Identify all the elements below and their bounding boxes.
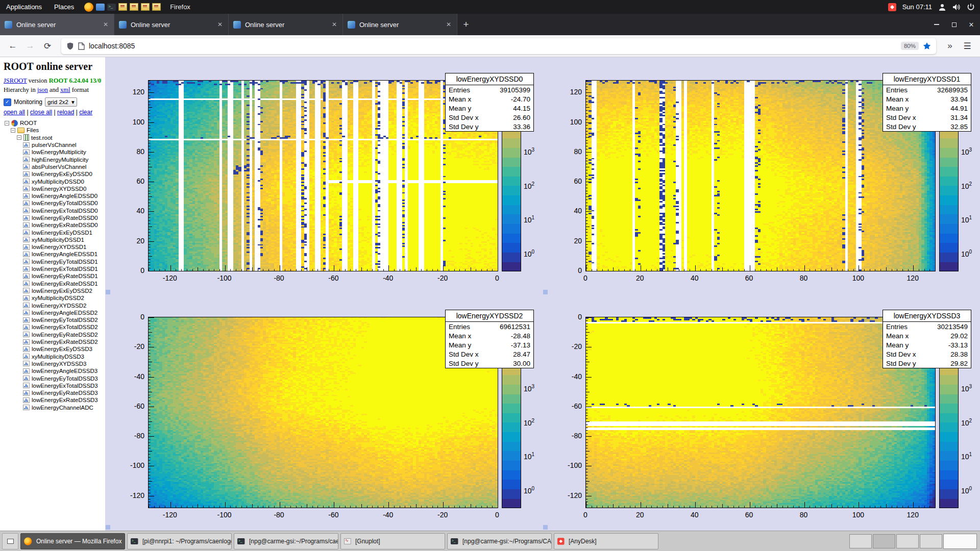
tree-item-lowEnergyExEyDSSD3[interactable]: lowEnergyExEyDSSD3 xyxy=(4,345,102,353)
tree-item-files[interactable]: −Files xyxy=(4,127,102,134)
pad-resize-handle[interactable] xyxy=(106,525,110,530)
tree-item-lowEnergyExTotalDSSD2[interactable]: lowEnergyExTotalDSSD2 xyxy=(4,323,102,331)
tree-item-highEnergyMultiplicity[interactable]: highEnergyMultiplicity xyxy=(4,156,102,163)
action-link-close-all[interactable]: close all xyxy=(30,109,52,116)
tree-item-lowEnergyEyRateDSSD1[interactable]: lowEnergyEyRateDSSD1 xyxy=(4,272,102,280)
pad-resize-handle[interactable] xyxy=(106,290,110,294)
taskbar-window-terminal[interactable]: [npg@carme-gsi:~/Programs/CAR... xyxy=(447,533,552,549)
jsroot-link[interactable]: JSROOT xyxy=(4,77,27,84)
tree-item-lowEnergyMultiplicity[interactable]: lowEnergyMultiplicity xyxy=(4,148,102,156)
tree-item-lowEnergyXYDSSD0[interactable]: lowEnergyXYDSSD0 xyxy=(4,185,102,192)
histogram-pad-lowEnergyXYDSSD2[interactable]: -120-100-80-60-40-2000-20-40-60-80-100-1… xyxy=(105,294,543,531)
histogram-pad-lowEnergyXYDSSD0[interactable]: -120-100-80-60-40-2000204060801001201001… xyxy=(105,57,543,294)
histogram-pad-lowEnergyXYDSSD1[interactable]: 0204060801001200204060801001201001011021… xyxy=(543,57,980,294)
url-bar[interactable]: localhost:8085 80% xyxy=(61,38,936,54)
app-icon[interactable] xyxy=(152,3,161,11)
tree-item-lowEnergyExRateDSSD1[interactable]: lowEnergyExRateDSSD1 xyxy=(4,280,102,287)
zoom-indicator[interactable]: 80% xyxy=(901,42,919,50)
tree-item-lowEnergyExRateDSSD0[interactable]: lowEnergyExRateDSSD0 xyxy=(4,221,102,229)
hamburger-menu-button[interactable]: ☰ xyxy=(960,38,975,54)
volume-icon[interactable] xyxy=(952,3,961,11)
stats-box[interactable]: lowEnergyXYDSSD0Entries39105399Mean x-24… xyxy=(445,73,534,132)
close-tab-icon[interactable]: ✕ xyxy=(102,20,109,29)
expander-icon[interactable]: − xyxy=(5,121,9,126)
action-link-clear[interactable]: clear xyxy=(79,109,92,116)
bookmark-star-icon[interactable] xyxy=(923,42,931,50)
stats-box[interactable]: lowEnergyXYDSSD1Entries32689935Mean x33.… xyxy=(883,73,971,132)
applications-menu[interactable]: Applications xyxy=(0,0,48,14)
tree-item-xyMultiplicityDSSD3[interactable]: xyMultiplicityDSSD3 xyxy=(4,353,102,360)
pad-resize-handle[interactable] xyxy=(543,525,548,530)
workspace-3[interactable] xyxy=(896,534,919,548)
tree-item-absPulserVsChannel[interactable]: absPulserVsChannel xyxy=(4,163,102,170)
tree-item-lowEnergyEyTotalDSSD3[interactable]: lowEnergyEyTotalDSSD3 xyxy=(4,374,102,382)
histogram-pad-lowEnergyXYDSSD3[interactable]: 0204060801001200-20-40-60-80-100-1201001… xyxy=(543,294,980,531)
page-info-icon[interactable] xyxy=(78,42,85,50)
shield-icon[interactable] xyxy=(66,42,74,50)
action-link-open-all[interactable]: open all xyxy=(4,109,25,116)
firefox-icon[interactable] xyxy=(84,3,93,12)
tree-item-lowEnergyEyTotalDSSD2[interactable]: lowEnergyEyTotalDSSD2 xyxy=(4,316,102,323)
close-tab-icon[interactable]: ✕ xyxy=(216,20,224,29)
overflow-menu-button[interactable]: » xyxy=(942,38,958,54)
pager-extra-pane[interactable] xyxy=(943,534,977,549)
expander-icon[interactable]: − xyxy=(17,135,21,140)
anydesk-tray-icon[interactable] xyxy=(888,3,896,11)
tree-item-lowEnergyXYDSSD2[interactable]: lowEnergyXYDSSD2 xyxy=(4,302,102,309)
taskbar-window-terminal[interactable]: [pi@nnrpi1: ~/Programs/caenlogg... xyxy=(127,533,232,549)
workspace-pager[interactable] xyxy=(849,534,978,549)
maximize-button[interactable] xyxy=(945,14,963,35)
tree-item-xyMultiplicityDSSD2[interactable]: xyMultiplicityDSSD2 xyxy=(4,294,102,302)
taskbar-window-anydesk[interactable]: [AnyDesk] xyxy=(554,533,658,549)
tree-item-xyMultiplicityDSSD0[interactable]: xyMultiplicityDSSD0 xyxy=(4,178,102,185)
workspace-2[interactable] xyxy=(873,534,895,548)
reload-button[interactable]: ⟳ xyxy=(40,38,55,54)
terminal-icon[interactable] xyxy=(107,4,116,11)
tree-item-lowEnergyAngleEDSSD1[interactable]: lowEnergyAngleEDSSD1 xyxy=(4,251,102,258)
tree-item-lowEnergyEyRateDSSD3[interactable]: lowEnergyEyRateDSSD3 xyxy=(4,389,102,396)
workspace-4[interactable] xyxy=(920,534,942,548)
app-icon[interactable] xyxy=(130,3,138,11)
close-window-button[interactable]: ✕ xyxy=(963,14,980,35)
pad-resize-handle[interactable] xyxy=(543,290,548,294)
show-desktop-button[interactable] xyxy=(2,533,18,549)
tree-item-lowEnergyExRateDSSD3[interactable]: lowEnergyExRateDSSD3 xyxy=(4,396,102,404)
tab-online-server[interactable]: Online server✕ xyxy=(0,14,114,35)
places-menu[interactable]: Places xyxy=(48,0,80,14)
back-button[interactable]: ← xyxy=(5,38,20,54)
tree-item-xyMultiplicityDSSD1[interactable]: xyMultiplicityDSSD1 xyxy=(4,236,102,243)
tree-item-lowEnergyExEyDSSD0[interactable]: lowEnergyExEyDSSD0 xyxy=(4,170,102,178)
tab-online-server[interactable]: Online server✕ xyxy=(114,14,229,35)
users-icon[interactable] xyxy=(938,3,946,11)
tree-item-lowEnergyAngleEDSSD0[interactable]: lowEnergyAngleEDSSD0 xyxy=(4,192,102,199)
expander-icon[interactable]: − xyxy=(11,128,15,133)
tab-online-server[interactable]: Online server✕ xyxy=(343,14,457,35)
workspace-1[interactable] xyxy=(849,534,872,548)
tree-item-root[interactable]: −ROOT xyxy=(4,119,102,127)
taskbar-window-terminal[interactable]: [npg@carme-gsi:~/Programs/caenl... xyxy=(234,533,338,549)
tree-item-lowEnergyEyTotalDSSD1[interactable]: lowEnergyEyTotalDSSD1 xyxy=(4,258,102,265)
files-icon[interactable] xyxy=(96,4,105,11)
taskbar-window-gnuplot[interactable]: [Gnuplot] xyxy=(340,533,445,549)
tree-item-test-root[interactable]: −test.root xyxy=(4,134,102,141)
new-tab-button[interactable]: + xyxy=(457,14,475,35)
tree-item-lowEnergyEyRateDSSD2[interactable]: lowEnergyEyRateDSSD2 xyxy=(4,331,102,338)
tree-item-lowEnergyXYDSSD3[interactable]: lowEnergyXYDSSD3 xyxy=(4,360,102,367)
action-link-reload[interactable]: reload xyxy=(57,109,74,116)
stats-box[interactable]: lowEnergyXYDSSD3Entries30213549Mean x29.… xyxy=(883,310,971,368)
tree-item-lowEnergyExRateDSSD2[interactable]: lowEnergyExRateDSSD2 xyxy=(4,338,102,345)
close-tab-icon[interactable]: ✕ xyxy=(331,20,338,29)
tree-item-lowEnergyXYDSSD1[interactable]: lowEnergyXYDSSD1 xyxy=(4,243,102,251)
url-text[interactable]: localhost:8085 xyxy=(89,42,897,50)
tree-item-lowEnergyExEyDSSD2[interactable]: lowEnergyExEyDSSD2 xyxy=(4,287,102,294)
app-icon[interactable] xyxy=(118,3,127,11)
tree-item-lowEnergyEyRateDSSD0[interactable]: lowEnergyEyRateDSSD0 xyxy=(4,214,102,221)
tab-online-server[interactable]: Online server✕ xyxy=(229,14,343,35)
clock[interactable]: Sun 07:11 xyxy=(902,3,932,11)
forward-button[interactable]: → xyxy=(22,38,38,54)
tree-item-lowEnergyExTotalDSSD1[interactable]: lowEnergyExTotalDSSD1 xyxy=(4,265,102,272)
tree-item-lowEnergyExTotalDSSD3[interactable]: lowEnergyExTotalDSSD3 xyxy=(4,382,102,389)
json-link[interactable]: json xyxy=(37,86,48,93)
app-icon[interactable] xyxy=(141,3,150,11)
close-tab-icon[interactable]: ✕ xyxy=(445,20,452,29)
